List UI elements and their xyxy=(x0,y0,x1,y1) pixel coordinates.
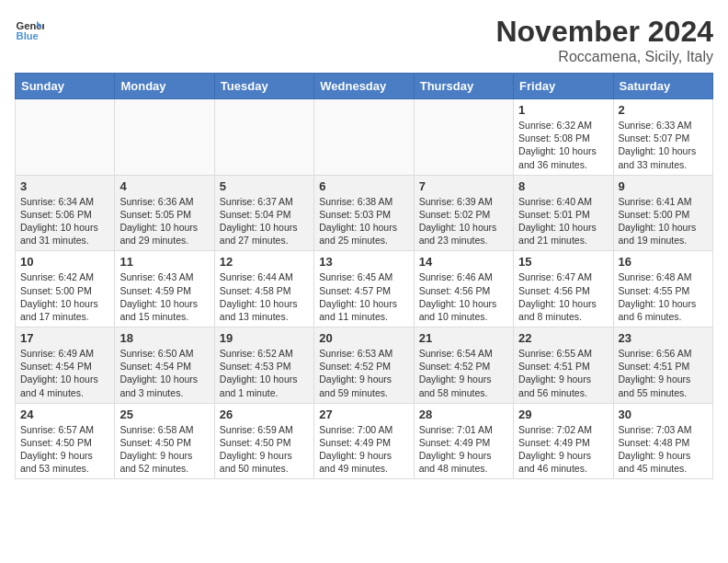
day-number: 17 xyxy=(20,331,109,345)
day-cell-18: 18Sunrise: 6:50 AM Sunset: 4:54 PM Dayli… xyxy=(115,327,214,404)
weekday-header-friday: Friday xyxy=(514,74,613,99)
empty-cell xyxy=(314,99,414,176)
day-info: Sunrise: 6:47 AM Sunset: 4:56 PM Dayligh… xyxy=(518,270,608,323)
day-cell-10: 10Sunrise: 6:42 AM Sunset: 5:00 PM Dayli… xyxy=(16,251,115,327)
day-number: 18 xyxy=(119,331,209,345)
day-cell-19: 19Sunrise: 6:52 AM Sunset: 4:53 PM Dayli… xyxy=(214,327,313,404)
day-info: Sunrise: 6:37 AM Sunset: 5:04 PM Dayligh… xyxy=(220,195,309,247)
day-number: 15 xyxy=(518,255,608,269)
day-info: Sunrise: 6:50 AM Sunset: 4:54 PM Dayligh… xyxy=(119,347,209,399)
month-title: November 2024 xyxy=(495,15,713,49)
day-number: 13 xyxy=(319,255,408,269)
day-number: 21 xyxy=(419,331,508,345)
svg-text:Blue: Blue xyxy=(17,30,39,41)
day-number: 23 xyxy=(619,331,708,345)
day-cell-23: 23Sunrise: 6:56 AM Sunset: 4:51 PM Dayli… xyxy=(613,327,712,404)
day-info: Sunrise: 7:00 AM Sunset: 4:49 PM Dayligh… xyxy=(319,423,408,476)
day-info: Sunrise: 6:46 AM Sunset: 4:56 PM Dayligh… xyxy=(419,270,508,323)
day-number: 8 xyxy=(518,179,608,193)
day-cell-8: 8Sunrise: 6:40 AM Sunset: 5:01 PM Daylig… xyxy=(514,175,613,251)
day-cell-12: 12Sunrise: 6:44 AM Sunset: 4:58 PM Dayli… xyxy=(214,251,313,327)
day-info: Sunrise: 7:01 AM Sunset: 4:49 PM Dayligh… xyxy=(419,423,508,476)
day-number: 14 xyxy=(419,255,508,269)
day-info: Sunrise: 6:34 AM Sunset: 5:06 PM Dayligh… xyxy=(20,195,109,247)
day-cell-3: 3Sunrise: 6:34 AM Sunset: 5:06 PM Daylig… xyxy=(16,175,115,251)
day-cell-5: 5Sunrise: 6:37 AM Sunset: 5:04 PM Daylig… xyxy=(214,175,313,251)
day-number: 1 xyxy=(518,103,608,117)
day-number: 20 xyxy=(319,331,408,345)
day-cell-17: 17Sunrise: 6:49 AM Sunset: 4:54 PM Dayli… xyxy=(16,327,115,404)
day-info: Sunrise: 6:44 AM Sunset: 4:58 PM Dayligh… xyxy=(220,270,309,323)
day-cell-20: 20Sunrise: 6:53 AM Sunset: 4:52 PM Dayli… xyxy=(314,327,414,404)
day-number: 12 xyxy=(220,255,309,269)
day-number: 6 xyxy=(319,179,408,193)
day-info: Sunrise: 6:56 AM Sunset: 4:51 PM Dayligh… xyxy=(619,347,708,399)
day-info: Sunrise: 6:49 AM Sunset: 4:54 PM Dayligh… xyxy=(20,347,109,399)
day-cell-16: 16Sunrise: 6:48 AM Sunset: 4:55 PM Dayli… xyxy=(613,251,712,327)
day-number: 10 xyxy=(20,255,109,269)
week-row-4: 17Sunrise: 6:49 AM Sunset: 4:54 PM Dayli… xyxy=(16,327,713,404)
week-row-1: 1Sunrise: 6:32 AM Sunset: 5:08 PM Daylig… xyxy=(16,99,713,176)
day-info: Sunrise: 6:53 AM Sunset: 4:52 PM Dayligh… xyxy=(319,347,408,399)
day-info: Sunrise: 6:57 AM Sunset: 4:50 PM Dayligh… xyxy=(20,423,109,476)
day-number: 9 xyxy=(619,179,708,193)
day-cell-6: 6Sunrise: 6:38 AM Sunset: 5:03 PM Daylig… xyxy=(314,175,414,251)
day-cell-27: 27Sunrise: 7:00 AM Sunset: 4:49 PM Dayli… xyxy=(314,403,414,479)
logo: General Blue xyxy=(15,15,44,44)
day-cell-2: 2Sunrise: 6:33 AM Sunset: 5:07 PM Daylig… xyxy=(613,99,712,176)
weekday-header-thursday: Thursday xyxy=(414,74,513,99)
weekday-header-tuesday: Tuesday xyxy=(214,74,313,99)
day-number: 22 xyxy=(518,331,608,345)
day-info: Sunrise: 6:54 AM Sunset: 4:52 PM Dayligh… xyxy=(419,347,508,399)
day-number: 4 xyxy=(119,179,209,193)
weekday-header-saturday: Saturday xyxy=(613,74,712,99)
day-cell-24: 24Sunrise: 6:57 AM Sunset: 4:50 PM Dayli… xyxy=(16,403,115,479)
day-info: Sunrise: 6:32 AM Sunset: 5:08 PM Dayligh… xyxy=(518,119,608,171)
day-info: Sunrise: 6:48 AM Sunset: 4:55 PM Dayligh… xyxy=(619,270,708,323)
day-number: 26 xyxy=(220,408,309,421)
day-number: 29 xyxy=(518,408,608,421)
day-number: 24 xyxy=(20,408,109,421)
day-info: Sunrise: 6:42 AM Sunset: 5:00 PM Dayligh… xyxy=(20,270,109,323)
day-cell-25: 25Sunrise: 6:58 AM Sunset: 4:50 PM Dayli… xyxy=(115,403,214,479)
day-info: Sunrise: 6:43 AM Sunset: 4:59 PM Dayligh… xyxy=(119,270,209,323)
day-number: 30 xyxy=(619,408,708,421)
day-cell-13: 13Sunrise: 6:45 AM Sunset: 4:57 PM Dayli… xyxy=(314,251,414,327)
day-number: 3 xyxy=(20,179,109,193)
day-info: Sunrise: 6:39 AM Sunset: 5:02 PM Dayligh… xyxy=(419,195,508,247)
day-info: Sunrise: 6:33 AM Sunset: 5:07 PM Dayligh… xyxy=(619,119,708,171)
week-row-2: 3Sunrise: 6:34 AM Sunset: 5:06 PM Daylig… xyxy=(16,175,713,251)
day-cell-15: 15Sunrise: 6:47 AM Sunset: 4:56 PM Dayli… xyxy=(514,251,613,327)
weekday-header-monday: Monday xyxy=(115,74,214,99)
weekday-header-sunday: Sunday xyxy=(16,74,115,99)
header-row: SundayMondayTuesdayWednesdayThursdayFrid… xyxy=(16,74,713,99)
empty-cell xyxy=(414,99,513,176)
day-cell-14: 14Sunrise: 6:46 AM Sunset: 4:56 PM Dayli… xyxy=(414,251,513,327)
day-info: Sunrise: 7:03 AM Sunset: 4:48 PM Dayligh… xyxy=(619,423,708,476)
day-number: 25 xyxy=(119,408,209,421)
day-info: Sunrise: 6:58 AM Sunset: 4:50 PM Dayligh… xyxy=(119,423,209,476)
week-row-5: 24Sunrise: 6:57 AM Sunset: 4:50 PM Dayli… xyxy=(16,403,713,479)
day-info: Sunrise: 6:59 AM Sunset: 4:50 PM Dayligh… xyxy=(220,423,309,476)
day-cell-30: 30Sunrise: 7:03 AM Sunset: 4:48 PM Dayli… xyxy=(613,403,712,479)
day-cell-26: 26Sunrise: 6:59 AM Sunset: 4:50 PM Dayli… xyxy=(214,403,313,479)
logo-icon: General Blue xyxy=(15,15,44,44)
day-cell-29: 29Sunrise: 7:02 AM Sunset: 4:49 PM Dayli… xyxy=(514,403,613,479)
day-cell-28: 28Sunrise: 7:01 AM Sunset: 4:49 PM Dayli… xyxy=(414,403,513,479)
header: General Blue November 2024 Roccamena, Si… xyxy=(15,15,713,65)
day-number: 5 xyxy=(220,179,309,193)
calendar-table: SundayMondayTuesdayWednesdayThursdayFrid… xyxy=(15,73,713,479)
day-cell-9: 9Sunrise: 6:41 AM Sunset: 5:00 PM Daylig… xyxy=(613,175,712,251)
day-info: Sunrise: 6:36 AM Sunset: 5:05 PM Dayligh… xyxy=(119,195,209,247)
empty-cell xyxy=(16,99,115,176)
day-number: 11 xyxy=(119,255,209,269)
day-info: Sunrise: 6:41 AM Sunset: 5:00 PM Dayligh… xyxy=(619,195,708,247)
day-cell-7: 7Sunrise: 6:39 AM Sunset: 5:02 PM Daylig… xyxy=(414,175,513,251)
empty-cell xyxy=(115,99,214,176)
title-block: November 2024 Roccamena, Sicily, Italy xyxy=(495,15,713,65)
day-cell-22: 22Sunrise: 6:55 AM Sunset: 4:51 PM Dayli… xyxy=(514,327,613,404)
weekday-header-wednesday: Wednesday xyxy=(314,74,414,99)
day-info: Sunrise: 6:45 AM Sunset: 4:57 PM Dayligh… xyxy=(319,270,408,323)
day-number: 28 xyxy=(419,408,508,421)
day-number: 7 xyxy=(419,179,508,193)
